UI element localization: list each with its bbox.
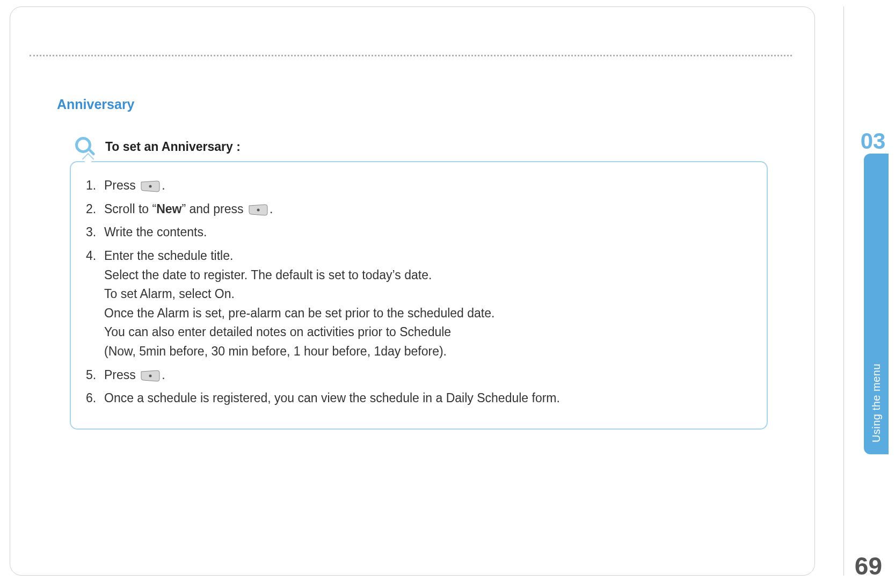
instruction-list: 1. Press . 2. Scroll to “New” and press … bbox=[86, 176, 752, 408]
svg-point-0 bbox=[149, 185, 152, 187]
step-number: 5. bbox=[86, 366, 104, 385]
text: Press bbox=[104, 178, 139, 192]
text: (Now, 5min before, 30 min before, 1 hour… bbox=[104, 344, 447, 358]
text: Enter the schedule title. bbox=[104, 249, 233, 263]
bold-text: New bbox=[156, 202, 181, 216]
svg-point-1 bbox=[257, 208, 259, 211]
text: . bbox=[270, 202, 273, 216]
vertical-rule bbox=[843, 6, 844, 576]
list-item: 6. Once a schedule is registered, you ca… bbox=[86, 389, 752, 408]
list-item: 3. Write the contents. bbox=[86, 223, 752, 242]
callout-title: To set an Anniversary : bbox=[105, 140, 241, 154]
list-item: 1. Press . bbox=[86, 176, 752, 195]
step-number: 4. bbox=[86, 246, 104, 361]
ok-key-icon bbox=[248, 204, 268, 216]
ok-key-icon bbox=[140, 180, 161, 192]
ok-key-icon bbox=[140, 370, 161, 382]
chapter-side-tab: 03 Using the menu bbox=[857, 128, 889, 461]
step-number: 3. bbox=[86, 223, 104, 242]
list-item: 4. Enter the schedule title. Select the … bbox=[86, 246, 752, 361]
instruction-box: 1. Press . 2. Scroll to “New” and press … bbox=[70, 161, 768, 430]
step-number: 6. bbox=[86, 389, 104, 408]
chapter-label: Using the menu bbox=[864, 281, 889, 442]
step-body: Write the contents. bbox=[104, 223, 752, 242]
dotted-divider bbox=[30, 55, 792, 56]
text: To set Alarm, select On. bbox=[104, 287, 235, 301]
step-body: Once a schedule is registered, you can v… bbox=[104, 389, 752, 408]
text: Once the Alarm is set, pre-alarm can be … bbox=[104, 306, 494, 320]
text: ” and press bbox=[181, 202, 246, 216]
text: . bbox=[162, 368, 165, 382]
text: . bbox=[162, 178, 165, 192]
chapter-tab-body: Using the menu bbox=[864, 154, 889, 454]
step-number: 2. bbox=[86, 200, 104, 219]
section-heading: Anniversary bbox=[57, 97, 135, 112]
manual-page: Anniversary To set an Anniversary : 1. P… bbox=[0, 0, 895, 588]
step-body: Enter the schedule title. Select the dat… bbox=[104, 246, 752, 361]
step-body: Press . bbox=[104, 366, 752, 385]
step-number: 1. bbox=[86, 176, 104, 195]
text: Press bbox=[104, 368, 139, 382]
text: You can also enter detailed notes on act… bbox=[104, 325, 451, 339]
text: Select the date to register. The default… bbox=[104, 268, 432, 282]
list-item: 5. Press . bbox=[86, 366, 752, 385]
page-number: 69 bbox=[855, 551, 882, 580]
step-body: Scroll to “New” and press . bbox=[104, 200, 752, 219]
text: Scroll to “ bbox=[104, 202, 156, 216]
list-item: 2. Scroll to “New” and press . bbox=[86, 200, 752, 219]
svg-point-2 bbox=[149, 374, 152, 377]
chapter-number: 03 bbox=[857, 128, 889, 155]
step-body: Press . bbox=[104, 176, 752, 195]
